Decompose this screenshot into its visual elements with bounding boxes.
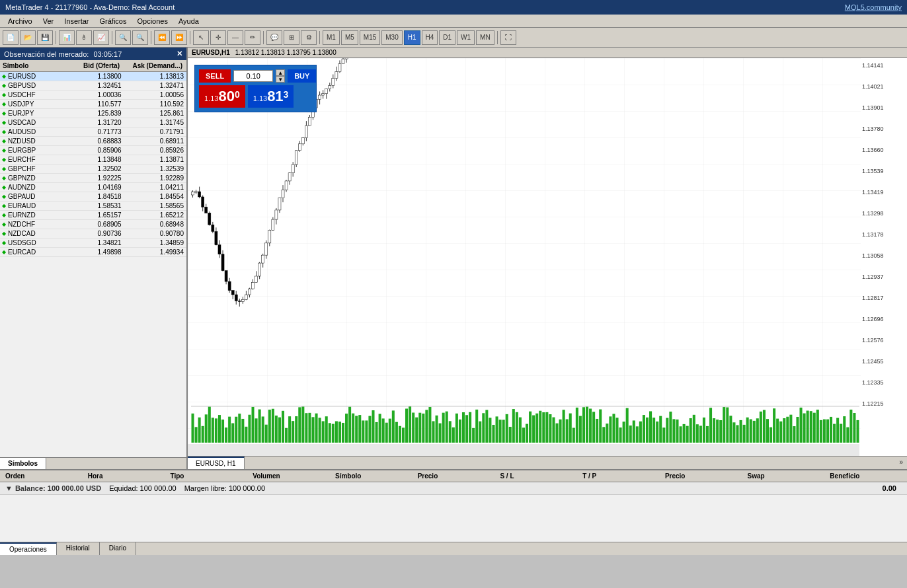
- tf-m1[interactable]: M1: [323, 30, 340, 45]
- toolbar-forward[interactable]: ⏩: [171, 30, 187, 45]
- svg-rect-622: [810, 411, 812, 443]
- tf-w1[interactable]: W1: [457, 30, 475, 45]
- mw-row[interactable]: ◆ EURUSD 1.13800 1.13813: [0, 72, 186, 81]
- bottom-tab-operaciones[interactable]: Operaciones: [0, 542, 57, 555]
- tf-h1[interactable]: H1: [404, 30, 420, 45]
- equity-value: Equidad: 100 000.00: [109, 484, 177, 492]
- mw-row[interactable]: ◆ USDJPY 110.577 110.592: [0, 100, 186, 109]
- tf-m30[interactable]: M30: [381, 30, 402, 45]
- bottom-col-header: Tipo: [165, 472, 247, 480]
- tf-m5[interactable]: M5: [341, 30, 358, 45]
- toolbar-fullscreen[interactable]: ⛶: [500, 30, 516, 45]
- svg-rect-576: [656, 422, 658, 443]
- toolbar-zoom-out[interactable]: 🔍: [132, 30, 148, 45]
- svg-rect-607: [760, 412, 762, 443]
- mw-row[interactable]: ◆ AUDNZD 1.04169 1.04211: [0, 183, 186, 192]
- svg-rect-613: [779, 422, 782, 443]
- bottom-col-header: Hora: [83, 472, 165, 480]
- toolbar-save[interactable]: 💾: [37, 30, 53, 45]
- tf-mn[interactable]: MN: [476, 30, 494, 45]
- chart-container[interactable]: SELL ▲ ▼ BUY 1.13800 1.13813: [188, 58, 907, 456]
- menu-ayuda[interactable]: Ayuda: [173, 16, 204, 26]
- mw-row[interactable]: ◆ NZDUSD 0.68883 0.68911: [0, 137, 186, 146]
- tf-m15[interactable]: M15: [360, 30, 380, 45]
- svg-text:1.13178: 1.13178: [862, 231, 884, 238]
- mw-row[interactable]: ◆ EURAUD 1.58531 1.58565: [0, 202, 186, 211]
- mw-row[interactable]: ◆ NZDCAD 0.90736 0.90780: [0, 229, 186, 239]
- bottom-tab-historial[interactable]: Historial: [57, 542, 100, 555]
- toolbar-cursor[interactable]: ↖: [193, 30, 209, 45]
- mw-row[interactable]: ◆ NZDCHF 0.68905 0.68948: [0, 220, 186, 229]
- buy-price-small: 3: [284, 89, 289, 100]
- bottom-tab-diario[interactable]: Diario: [100, 542, 136, 555]
- svg-text:1.12576: 1.12576: [862, 337, 884, 344]
- menu-opciones[interactable]: Opciones: [132, 16, 173, 26]
- lot-input[interactable]: [233, 70, 273, 82]
- svg-rect-530: [502, 420, 505, 443]
- symbol-diamond-icon: ◆: [2, 101, 6, 107]
- mw-row[interactable]: ◆ GBPAUD 1.84518 1.84554: [0, 192, 186, 202]
- menu-ver[interactable]: Ver: [38, 16, 59, 26]
- toolbar-text[interactable]: 💬: [266, 30, 282, 45]
- mw-row[interactable]: ◆ EURNZD 1.65157 1.65212: [0, 211, 186, 220]
- sell-price-display[interactable]: 1.13800: [199, 85, 245, 108]
- toolbar-line[interactable]: —: [227, 30, 243, 45]
- toolbar-back[interactable]: ⏪: [154, 30, 170, 45]
- svg-rect-594: [716, 420, 719, 443]
- menu-insertar[interactable]: Insertar: [59, 16, 94, 26]
- toolbar-zoom-in[interactable]: 🔍: [115, 30, 131, 45]
- mw-row[interactable]: ◆ EURJPY 125.839 125.861: [0, 109, 186, 118]
- mql5-link[interactable]: MQL5.community: [845, 3, 902, 11]
- toolbar-open[interactable]: 📂: [20, 30, 36, 45]
- svg-rect-543: [545, 412, 548, 443]
- toolbar-chart-bar[interactable]: 📊: [59, 30, 75, 45]
- svg-rect-58: [225, 271, 227, 281]
- menu-graficos[interactable]: Gráficos: [95, 16, 132, 26]
- buy-price-display[interactable]: 1.13813: [248, 85, 294, 108]
- mw-row[interactable]: ◆ GBPCHF 1.32502 1.32539: [0, 165, 186, 174]
- mw-row[interactable]: ◆ EURCAD 1.49898 1.49934: [0, 248, 186, 257]
- bottom-col-header: Beneficio: [824, 472, 907, 480]
- symbol-diamond-icon: ◆: [2, 73, 6, 79]
- symbol-ask: 1.00056: [124, 91, 186, 98]
- toolbar-new[interactable]: 📄: [3, 30, 19, 45]
- chart-tab-arrow[interactable]: »: [895, 457, 907, 469]
- buy-button[interactable]: BUY: [288, 69, 316, 83]
- tf-d1[interactable]: D1: [439, 30, 455, 45]
- balance-expand-icon[interactable]: ▼: [5, 484, 13, 492]
- toolbar-grid[interactable]: ⊞: [284, 30, 299, 45]
- chart-tab-eurusd-h1[interactable]: EURUSD, H1: [188, 457, 245, 469]
- svg-rect-562: [609, 416, 611, 443]
- tf-h4[interactable]: H4: [422, 30, 438, 45]
- sell-button[interactable]: SELL: [199, 69, 231, 83]
- lot-spin-up[interactable]: ▲: [276, 69, 285, 76]
- svg-rect-524: [482, 413, 485, 443]
- lot-spin-down[interactable]: ▼: [276, 76, 285, 83]
- mw-tab-simbolos[interactable]: Símbolos: [0, 458, 46, 469]
- symbol-ask: 0.68911: [124, 137, 186, 145]
- mw-row[interactable]: ◆ GBPUSD 1.32451 1.32471: [0, 81, 186, 91]
- svg-rect-490: [368, 416, 371, 443]
- symbol-name: USDCHF: [8, 91, 61, 98]
- svg-text:1.14141: 1.14141: [862, 62, 884, 69]
- svg-rect-537: [526, 424, 528, 443]
- mw-row[interactable]: ◆ USDCHF 1.00036 1.00056: [0, 91, 186, 100]
- toolbar-pen[interactable]: ✏: [245, 30, 260, 45]
- mw-row[interactable]: ◆ AUDUSD 0.71773 0.71791: [0, 128, 186, 137]
- symbol-ask: 1.84554: [124, 193, 186, 200]
- toolbar-crosshair[interactable]: ✛: [210, 30, 226, 45]
- svg-rect-114: [319, 95, 321, 99]
- market-watch-close-btn[interactable]: ✕: [177, 50, 182, 58]
- symbol-diamond-icon: ◆: [2, 203, 6, 209]
- mw-row[interactable]: ◆ EURCHF 1.13848 1.13871: [0, 155, 186, 165]
- menu-archivo[interactable]: Archivo: [3, 16, 38, 26]
- toolbar-chart-line[interactable]: 📈: [93, 30, 109, 45]
- mw-row[interactable]: ◆ USDSGD 1.34821 1.34859: [0, 239, 186, 248]
- mw-row[interactable]: ◆ GBPNZD 1.92225 1.92289: [0, 174, 186, 183]
- svg-rect-508: [428, 407, 431, 443]
- svg-rect-619: [800, 408, 803, 443]
- toolbar-indicators[interactable]: ⚙: [301, 30, 317, 45]
- mw-row[interactable]: ◆ EURGBP 0.85906 0.85926: [0, 146, 186, 155]
- toolbar-chart-candle[interactable]: 🕯: [76, 30, 92, 45]
- mw-row[interactable]: ◆ USDCAD 1.31720 1.31745: [0, 118, 186, 128]
